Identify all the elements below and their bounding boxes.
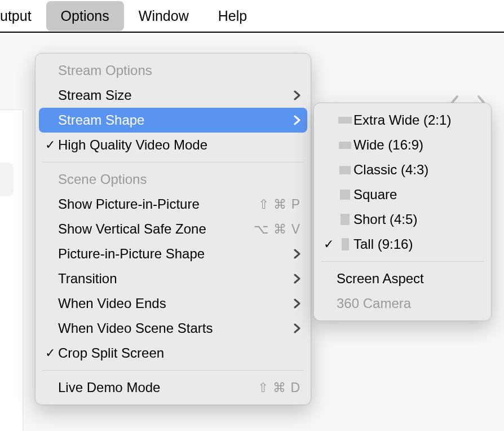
shape-item-tall[interactable]: ✓ Tall (9:16) xyxy=(314,232,491,257)
aspect-swatch-icon xyxy=(337,166,353,174)
shape-item-wide[interactable]: Wide (16:9) xyxy=(314,133,491,157)
menu-help-label: Help xyxy=(218,8,247,24)
menu-options-label: Options xyxy=(61,8,109,24)
shape-label: Wide (16:9) xyxy=(353,137,481,153)
app-sidebar-edge xyxy=(0,109,23,431)
when-video-ends-label: When Video Ends xyxy=(58,296,288,311)
menu-item-when-video-ends[interactable]: When Video Ends xyxy=(36,291,311,316)
shape-label: Square xyxy=(353,187,481,203)
menu-help[interactable]: Help xyxy=(204,1,262,31)
chevron-right-icon xyxy=(294,298,300,309)
aspect-swatch-icon xyxy=(337,238,353,250)
menu-item-transition[interactable]: Transition xyxy=(36,266,311,291)
aspect-swatch-icon xyxy=(337,214,353,225)
chevron-right-icon xyxy=(294,90,300,100)
stream-size-label: Stream Size xyxy=(58,87,288,103)
menu-item-show-pip[interactable]: Show Picture-in-Picture ⇧ ⌘ P xyxy=(36,192,311,217)
shape-label: Extra Wide (2:1) xyxy=(353,112,481,128)
options-menu-panel: Stream Options Stream Size Stream Shape … xyxy=(35,53,311,405)
menu-item-stream-size[interactable]: Stream Size xyxy=(36,83,311,108)
show-pip-label: Show Picture-in-Picture xyxy=(58,196,258,212)
check-icon: ✓ xyxy=(42,346,58,360)
aspect-swatch-icon xyxy=(337,190,353,200)
crop-split-label: Crop Split Screen xyxy=(58,345,300,361)
app-sidebar-handle[interactable] xyxy=(0,162,14,196)
show-pip-shortcut: ⇧ ⌘ P xyxy=(258,197,300,212)
transition-label: Transition xyxy=(58,271,288,287)
shape-label: Short (4:5) xyxy=(353,212,481,227)
live-demo-shortcut: ⇧ ⌘ D xyxy=(258,380,300,395)
section-title-scene: Scene Options xyxy=(36,167,311,192)
menu-item-show-vsz[interactable]: Show Vertical Safe Zone ⌥ ⌘ V xyxy=(36,217,311,241)
menu-item-stream-shape[interactable]: Stream Shape xyxy=(39,108,307,133)
pip-shape-label: Picture-in-Picture Shape xyxy=(58,246,288,262)
hq-video-label: High Quality Video Mode xyxy=(58,137,300,153)
shape-item-screen-aspect[interactable]: Screen Aspect xyxy=(314,266,491,291)
screen-aspect-label: Screen Aspect xyxy=(337,271,481,287)
camera-360-label: 360 Camera xyxy=(337,296,481,311)
menu-separator xyxy=(42,370,304,371)
menu-item-live-demo[interactable]: Live Demo Mode ⇧ ⌘ D xyxy=(36,375,311,400)
chevron-right-icon xyxy=(294,249,300,259)
stream-shape-label: Stream Shape xyxy=(58,112,288,128)
menu-separator xyxy=(321,261,484,262)
menu-item-pip-shape[interactable]: Picture-in-Picture Shape xyxy=(36,241,311,266)
live-demo-label: Live Demo Mode xyxy=(58,380,258,395)
check-icon: ✓ xyxy=(42,138,58,152)
menu-item-crop-split[interactable]: ✓ Crop Split Screen xyxy=(36,341,311,366)
menu-options[interactable]: Options xyxy=(46,1,124,31)
shape-label: Tall (9:16) xyxy=(353,236,481,252)
show-vsz-shortcut: ⌥ ⌘ V xyxy=(254,222,300,237)
menu-output[interactable]: utput xyxy=(0,1,46,31)
aspect-swatch-icon xyxy=(337,142,353,149)
menu-item-hq-video[interactable]: ✓ High Quality Video Mode xyxy=(36,133,311,157)
shape-item-extra-wide[interactable]: Extra Wide (2:1) xyxy=(314,108,491,133)
aspect-swatch-icon xyxy=(337,117,353,124)
menu-window[interactable]: Window xyxy=(124,1,204,31)
menubar: utput Options Window Help xyxy=(0,0,504,33)
check-icon: ✓ xyxy=(321,237,337,252)
show-vsz-label: Show Vertical Safe Zone xyxy=(58,221,254,237)
shape-label: Classic (4:3) xyxy=(353,162,481,178)
menu-separator xyxy=(42,162,304,162)
menu-window-label: Window xyxy=(139,8,189,24)
chevron-right-icon xyxy=(294,323,300,333)
when-scene-starts-label: When Video Scene Starts xyxy=(58,320,288,336)
menu-output-label: utput xyxy=(0,8,32,24)
shape-item-classic[interactable]: Classic (4:3) xyxy=(314,157,491,182)
stream-shape-submenu: Extra Wide (2:1) Wide (16:9) Classic (4:… xyxy=(313,103,492,321)
shape-item-short[interactable]: Short (4:5) xyxy=(314,207,491,232)
shape-item-square[interactable]: Square xyxy=(314,182,491,207)
section-title-stream: Stream Options xyxy=(36,58,311,83)
chevron-right-icon xyxy=(294,274,300,284)
chevron-right-icon xyxy=(294,115,300,125)
menu-item-when-scene-starts[interactable]: When Video Scene Starts xyxy=(36,316,311,341)
shape-item-360-camera: 360 Camera xyxy=(314,291,491,316)
